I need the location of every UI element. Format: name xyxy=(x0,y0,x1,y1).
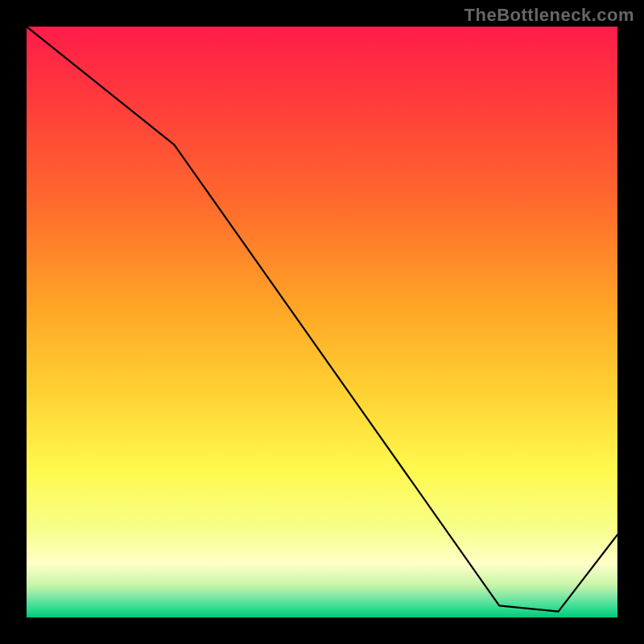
chart-canvas: TheBottleneck.com xyxy=(0,0,644,644)
watermark-text: TheBottleneck.com xyxy=(464,5,634,26)
plot-area xyxy=(27,27,617,617)
plot-frame xyxy=(26,26,618,618)
bottleneck-curve xyxy=(27,27,617,612)
line-layer xyxy=(27,27,617,617)
